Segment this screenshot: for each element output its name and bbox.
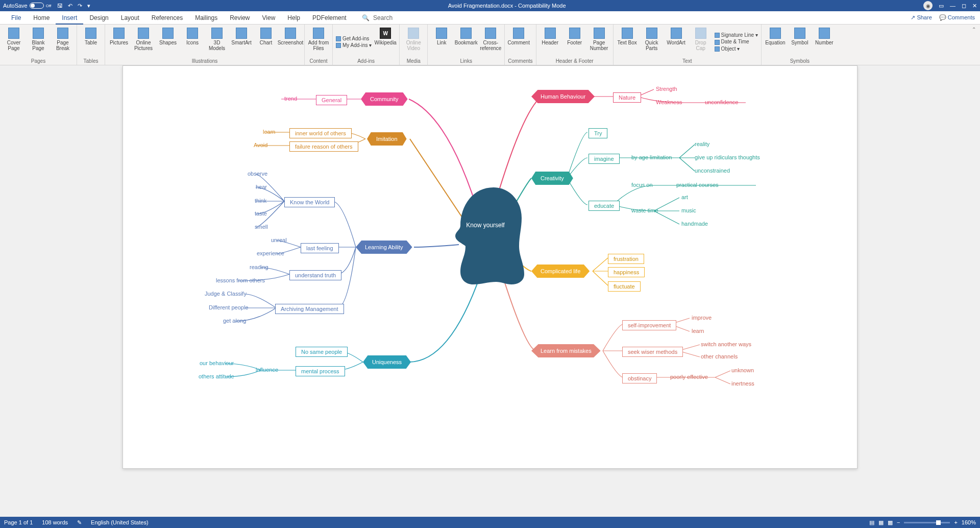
cover-page-button[interactable]: Cover Page xyxy=(3,27,24,57)
undo-icon[interactable]: ↶ xyxy=(68,3,72,9)
node-last-feeling: last feeling xyxy=(301,243,339,253)
header-button[interactable]: Header xyxy=(540,27,561,57)
maximize-icon[interactable]: ◻ xyxy=(962,3,966,9)
tab-mailings[interactable]: Mailings xyxy=(189,11,224,25)
symbol-button[interactable]: Symbol xyxy=(789,27,811,57)
zoom-level[interactable]: 160% xyxy=(962,519,976,525)
status-language[interactable]: English (United States) xyxy=(91,519,149,525)
node-imagine: imagine xyxy=(589,154,620,164)
quick-parts-button[interactable]: Quick Parts xyxy=(641,27,663,57)
video-icon xyxy=(408,28,419,39)
comment-label: Comment xyxy=(508,40,530,45)
tab-view[interactable]: View xyxy=(256,11,282,25)
screenshot-label: Screenshot xyxy=(278,40,304,45)
read-mode-icon[interactable]: ▤ xyxy=(869,519,874,526)
screenshot-button[interactable]: Screenshot xyxy=(280,27,301,57)
tab-insert[interactable]: Insert xyxy=(56,11,83,25)
tab-home[interactable]: Home xyxy=(27,11,56,25)
zoom-slider[interactable] xyxy=(904,522,950,523)
bookmark-button[interactable]: Bookmark xyxy=(455,27,477,57)
zoom-out-icon[interactable]: − xyxy=(897,519,900,525)
web-layout-icon[interactable]: ▩ xyxy=(888,519,893,526)
search-label: Search xyxy=(373,14,393,21)
online-pictures-button[interactable]: Online Pictures xyxy=(133,27,154,57)
node-nature: Nature xyxy=(613,92,641,103)
zoom-thumb[interactable] xyxy=(936,520,941,525)
comment-button[interactable]: Comment xyxy=(508,27,529,57)
date-time-button[interactable]: Date & Time xyxy=(715,39,758,44)
share-label: Share xyxy=(917,14,932,20)
text-box-button[interactable]: Text Box xyxy=(617,27,638,57)
online-video-button: Online Video xyxy=(403,27,424,57)
pictures-button[interactable]: Pictures xyxy=(108,27,130,57)
shapes-button[interactable]: Shapes xyxy=(157,27,179,57)
models-button[interactable]: 3D Models xyxy=(206,27,228,57)
node-unreal: unreal xyxy=(271,237,287,243)
pagenum-label: Page Number xyxy=(589,40,610,51)
spellcheck-icon[interactable]: ✎ xyxy=(77,519,82,526)
object-button[interactable]: Object ▾ xyxy=(715,46,758,52)
node-others-attitude: others attitude xyxy=(199,373,234,379)
redo-icon[interactable]: ↷ xyxy=(78,3,82,9)
group-comments: Comments xyxy=(508,57,532,64)
table-button[interactable]: Table xyxy=(80,27,102,57)
tab-pdfelement[interactable]: PDFelement xyxy=(306,11,353,25)
document-title: Avoid Fragmentation.docx - Compatibility… xyxy=(90,3,923,9)
chart-button[interactable]: Chart xyxy=(255,27,277,57)
add-from-files-button[interactable]: Add from Files xyxy=(308,27,329,57)
link-icon xyxy=(436,28,447,39)
shapes-label: Shapes xyxy=(159,40,177,45)
link-button[interactable]: Link xyxy=(431,27,452,57)
my-addins-button[interactable]: My Add-ins ▾ xyxy=(336,42,372,48)
tab-file[interactable]: File xyxy=(5,11,27,25)
equation-button[interactable]: Equation xyxy=(765,27,786,57)
number-button[interactable]: Number xyxy=(814,27,835,57)
node-mental: mental process xyxy=(296,366,345,376)
status-page[interactable]: Page 1 of 1 xyxy=(4,519,33,525)
comment-icon xyxy=(513,28,524,39)
node-reading: reading xyxy=(250,264,268,270)
zoom-in-icon[interactable]: + xyxy=(954,519,957,525)
node-art: art xyxy=(681,194,688,200)
node-different: Different people xyxy=(209,304,248,310)
node-giveup: give up ridiculars thoughts xyxy=(695,154,760,160)
icons-button[interactable]: Icons xyxy=(182,27,203,57)
minimize-icon[interactable]: — xyxy=(950,3,955,9)
close-icon[interactable]: ✕ xyxy=(972,3,977,9)
tab-review[interactable]: Review xyxy=(224,11,256,25)
page-number-button[interactable]: Page Number xyxy=(589,27,610,57)
blank-page-button[interactable]: Blank Page xyxy=(28,27,49,57)
crossref-icon xyxy=(485,28,496,39)
wordart-button[interactable]: WordArt xyxy=(666,27,687,57)
tab-layout[interactable]: Layout xyxy=(115,11,145,25)
signature-line-button[interactable]: Signature Line ▾ xyxy=(715,32,758,38)
collapse-ribbon-icon[interactable]: ⌃ xyxy=(968,25,980,65)
pictures-icon xyxy=(113,28,125,39)
dropcap-label: Drop Cap xyxy=(690,40,712,51)
footer-button[interactable]: Footer xyxy=(564,27,585,57)
smartart-button[interactable]: SmartArt xyxy=(231,27,252,57)
node-handmade: handmade xyxy=(681,221,708,227)
share-button[interactable]: ↗ Share xyxy=(911,14,932,21)
my-addins-label: My Add-ins xyxy=(342,42,368,48)
header-label: Header xyxy=(542,40,558,45)
status-words[interactable]: 108 words xyxy=(42,519,68,525)
comments-button[interactable]: 💬 Comments xyxy=(939,14,975,21)
search-box[interactable]: 🔍 Search xyxy=(362,14,393,21)
center-head-icon xyxy=(448,187,524,284)
print-layout-icon[interactable]: ▦ xyxy=(878,519,884,526)
save-icon[interactable]: 🖫 xyxy=(57,3,63,9)
datetime-icon xyxy=(715,40,720,45)
autosave-toggle[interactable]: AutoSave Off xyxy=(3,3,51,9)
user-avatar[interactable]: ◉ xyxy=(923,1,933,10)
page-break-label: Page Break xyxy=(52,40,74,51)
ribbon-display-icon[interactable]: ▭ xyxy=(939,3,944,9)
tab-references[interactable]: References xyxy=(145,11,189,25)
tab-design[interactable]: Design xyxy=(83,11,114,25)
cross-reference-button[interactable]: Cross-reference xyxy=(480,27,501,57)
get-addins-button[interactable]: Get Add-ins xyxy=(336,36,372,41)
wikipedia-button[interactable]: WWikipedia xyxy=(375,27,396,57)
tab-help[interactable]: Help xyxy=(281,11,306,25)
page-break-button[interactable]: Page Break xyxy=(52,27,74,57)
document-area[interactable]: Know yourself Community General trend Im… xyxy=(0,65,980,517)
